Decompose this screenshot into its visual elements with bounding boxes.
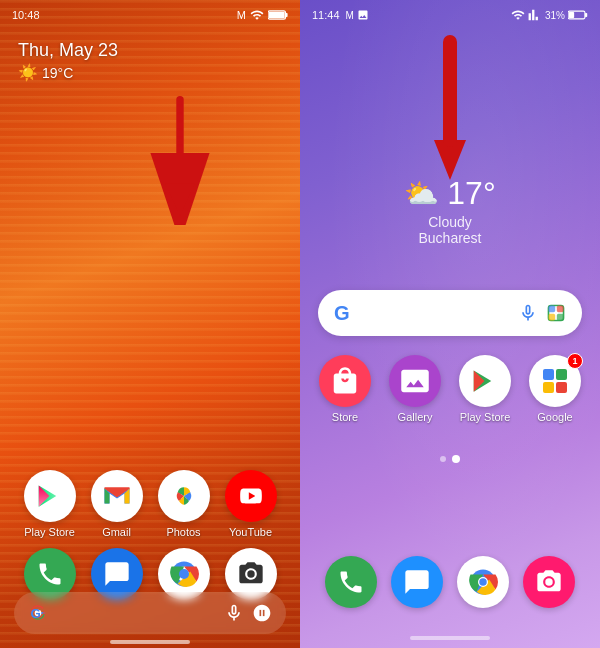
lens-icon-right[interactable] [546, 303, 566, 323]
youtube-label: YouTube [229, 526, 272, 538]
date-text: Thu, May 23 [18, 40, 118, 61]
battery-pct-right: 31% [545, 10, 565, 21]
arrow-down-right [420, 30, 480, 189]
status-bar-right: 11:44 M 31% [300, 0, 600, 26]
app-item-youtube[interactable]: YouTube [219, 470, 282, 538]
svg-rect-24 [549, 314, 556, 321]
google-icon-wrap: 1 [529, 355, 581, 407]
city-right: Bucharest [404, 230, 495, 246]
weather-sun-icon: ☀️ [18, 63, 38, 82]
temp-left: 19°C [42, 65, 73, 81]
app-item-gallery[interactable]: Gallery [382, 355, 448, 423]
svg-point-32 [479, 578, 487, 586]
search-bar-left[interactable]: G [14, 592, 286, 634]
temp-big: ⛅ 17° [404, 175, 495, 212]
store-label: Store [332, 411, 358, 423]
page-dot-1 [440, 456, 446, 462]
battery-icon-left [268, 9, 288, 21]
dock-chrome-right[interactable] [452, 556, 514, 608]
home-indicator-left [110, 640, 190, 644]
battery-icon-right [568, 9, 588, 21]
wifi-icon-right [511, 8, 525, 22]
svg-rect-17 [569, 12, 574, 18]
signal-icon: M [237, 9, 246, 21]
playstore-label: Play Store [24, 526, 75, 538]
status-right-group: 31% [511, 8, 588, 22]
time-left: 10:48 [12, 9, 40, 21]
gallery-label: Gallery [398, 411, 433, 423]
mic-icon-left[interactable] [224, 603, 244, 623]
phone-left: 10:48 M Thu, May 23 ☀️ 19°C [0, 0, 300, 648]
svg-marker-5 [165, 183, 195, 216]
weather-widget-right: ⛅ 17° Cloudy Bucharest [404, 175, 495, 246]
playstore-icon-right[interactable] [459, 355, 511, 407]
playstore-right-label: Play Store [460, 411, 511, 423]
svg-rect-16 [585, 13, 587, 17]
svg-rect-27 [556, 369, 567, 380]
mic-icon-right[interactable] [518, 303, 538, 323]
playstore-icon[interactable] [24, 470, 76, 522]
youtube-icon[interactable] [225, 470, 277, 522]
wifi-icon [250, 8, 264, 22]
page-dot-2 [452, 455, 460, 463]
gallery-icon[interactable] [389, 355, 441, 407]
app-grid-left: Play Store Gmail [0, 470, 300, 538]
gmail-label: Gmail [102, 526, 131, 538]
notification-badge: 1 [567, 353, 583, 369]
status-bar-left: 10:48 M [0, 0, 300, 26]
dock-phone-right[interactable] [320, 556, 382, 608]
svg-rect-23 [557, 306, 564, 313]
lens-icon-left[interactable] [252, 603, 272, 623]
page-dots [440, 455, 460, 463]
home-indicator-right [410, 636, 490, 640]
app-item-gmail[interactable]: Gmail [85, 470, 148, 538]
time-right: 11:44 [312, 9, 340, 21]
weather-row: ☀️ 19°C [18, 63, 118, 82]
svg-point-11 [179, 569, 189, 579]
app-row-right: Store Gallery Play Store [300, 355, 600, 423]
svg-rect-28 [543, 382, 554, 393]
google-g-right: G [334, 302, 356, 324]
bubble-icon-right[interactable] [391, 556, 443, 608]
svg-rect-22 [549, 306, 556, 313]
camera-pink-icon[interactable] [523, 556, 575, 608]
photos-icon[interactable] [158, 470, 210, 522]
app-item-playstore[interactable]: Play Store [18, 470, 81, 538]
google-label: Google [537, 411, 572, 423]
store-icon[interactable] [319, 355, 371, 407]
swipe-arrow-left [150, 95, 210, 225]
temp-right: 17° [447, 175, 495, 212]
gmail-icon[interactable] [91, 470, 143, 522]
app-item-playstore-right[interactable]: Play Store [452, 355, 518, 423]
svg-rect-19 [443, 35, 457, 147]
signal-bars-icon [528, 8, 542, 22]
svg-rect-25 [557, 314, 564, 321]
svg-rect-1 [286, 13, 288, 17]
status-left-group: 11:44 M [312, 9, 369, 21]
phone-icon-right[interactable] [325, 556, 377, 608]
phone-right: 11:44 M 31% ⛅ 17° Cloudy Bucharest [300, 0, 600, 648]
svg-text:G: G [334, 302, 350, 324]
search-bar-right[interactable]: G [318, 290, 582, 336]
status-m-icon: M [346, 10, 354, 21]
swipe-arrow-right [420, 30, 480, 185]
google-g-icon: G [28, 603, 48, 623]
status-icons-left: M [237, 8, 288, 22]
image-icon [357, 9, 369, 21]
app-item-store[interactable]: Store [312, 355, 378, 423]
svg-rect-29 [556, 382, 567, 393]
cloud-icon-right: ⛅ [404, 177, 439, 210]
dock-camera-pink-right[interactable] [518, 556, 580, 608]
dock-bubble-right[interactable] [386, 556, 448, 608]
svg-rect-2 [269, 12, 285, 19]
date-widget: Thu, May 23 ☀️ 19°C [18, 40, 118, 82]
dock-right [300, 556, 600, 608]
app-item-photos[interactable]: Photos [152, 470, 215, 538]
condition-right: Cloudy [404, 214, 495, 230]
svg-rect-26 [543, 369, 554, 380]
app-item-google[interactable]: 1 Google [522, 355, 588, 423]
svg-text:G: G [31, 606, 41, 621]
chrome-icon-right[interactable] [457, 556, 509, 608]
photos-label: Photos [166, 526, 200, 538]
